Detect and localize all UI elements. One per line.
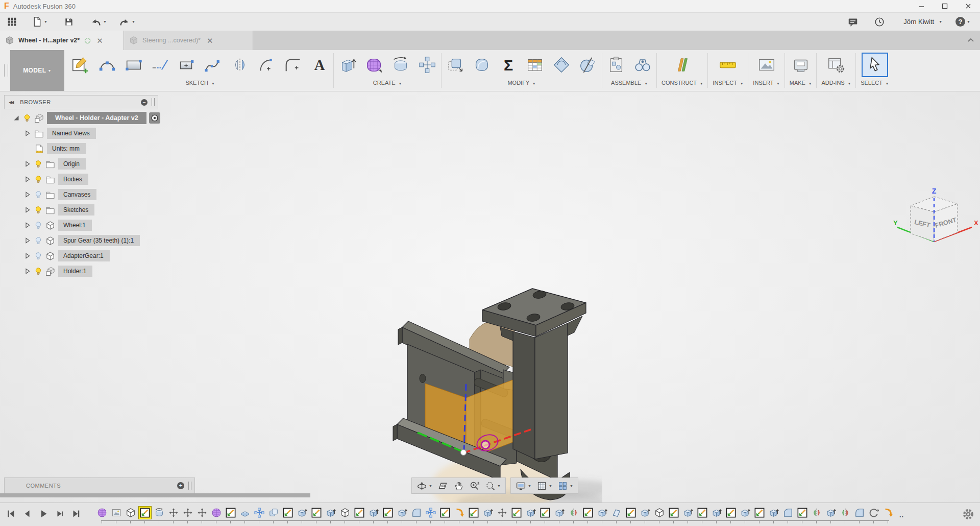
timeline-feature-sketch[interactable] — [225, 507, 237, 519]
browser-item-named-views[interactable]: Named Views — [4, 126, 160, 141]
timeline-feature-sketch[interactable] — [696, 507, 708, 519]
display-settings-button[interactable]: ▼ — [513, 479, 534, 493]
timeline-scrollbar[interactable] — [0, 493, 310, 497]
browser-item-label[interactable]: Units: mm — [47, 143, 86, 154]
app-grid-button[interactable] — [3, 14, 21, 30]
ribbon-grip-handle[interactable] — [4, 64, 8, 77]
timeline-feature-extrude[interactable] — [768, 507, 780, 519]
browser-item-label[interactable]: Wheel:1 — [58, 220, 92, 231]
extrude-button[interactable] — [334, 53, 361, 77]
timeline-feature-extrude[interactable] — [710, 507, 723, 519]
timeline-feature-sketch[interactable] — [582, 507, 594, 519]
viewports-button[interactable]: ▼ — [555, 479, 576, 493]
timeline-feature-extrude[interactable] — [682, 507, 694, 519]
browser-item-label[interactable]: Named Views — [47, 128, 96, 139]
timeline-feature-sketch[interactable] — [753, 507, 766, 519]
ribbon-group-label[interactable]: MODIFY ▼ — [442, 80, 601, 89]
mirror-button[interactable] — [227, 53, 253, 77]
timeline-feature-revolve[interactable] — [153, 507, 165, 519]
timeline-feature-joint[interactable] — [425, 507, 437, 519]
rectangle-button[interactable] — [120, 53, 147, 77]
undo-button[interactable]: ▼ — [87, 14, 110, 30]
timeline-feature-extrude[interactable] — [368, 507, 380, 519]
browser-drag-handle[interactable] — [152, 98, 155, 106]
expand-arrow-icon[interactable] — [22, 176, 33, 182]
fit-button[interactable]: ▼ — [482, 479, 503, 493]
create-sketch-button[interactable] — [67, 53, 94, 77]
layout-grid-caret-icon[interactable]: ▼ — [549, 484, 552, 488]
ribbon-group-label[interactable]: INSPECT ▼ — [708, 80, 747, 89]
browser-item-sketches[interactable]: Sketches — [4, 202, 160, 218]
rect-center-button[interactable] — [174, 53, 200, 77]
layout-grid-button[interactable]: ▼ — [534, 479, 555, 493]
plane-button[interactable] — [669, 53, 696, 77]
timeline-feature-move[interactable] — [196, 507, 208, 519]
step-forward-button[interactable] — [53, 507, 66, 520]
browser-item-bodies[interactable]: Bodies — [4, 172, 160, 187]
expand-arrow-icon[interactable] — [22, 268, 33, 274]
timeline-feature-mirror[interactable] — [568, 507, 580, 519]
browser-item-origin[interactable]: Origin — [4, 156, 160, 172]
visibility-bulb-icon[interactable] — [33, 206, 44, 214]
timeline-feature-move[interactable] — [496, 507, 508, 519]
expand-arrow-icon[interactable] — [22, 253, 33, 259]
view-cube[interactable]: LEFT FRONT Z Y X — [889, 185, 980, 252]
text-button[interactable] — [306, 53, 333, 77]
revolve-button[interactable] — [387, 53, 414, 77]
timeline-feature-move[interactable] — [182, 507, 194, 519]
insert-image-button[interactable] — [753, 53, 780, 77]
browser-item-canvases[interactable]: Canvases — [4, 187, 160, 202]
timeline-feature-form[interactable] — [96, 507, 108, 519]
go-to-end-button[interactable] — [69, 507, 82, 520]
comments-drag-handle[interactable] — [188, 482, 191, 490]
expand-arrow-icon[interactable] — [11, 115, 21, 121]
user-account-menu[interactable]: Jörn Kiwitt▼ — [897, 14, 946, 30]
arc-3pt-button[interactable] — [94, 53, 120, 77]
visibility-bulb-icon[interactable] — [21, 114, 33, 122]
expand-arrow-icon[interactable] — [22, 130, 33, 136]
timeline-feature-extrude[interactable] — [739, 507, 751, 519]
timeline-feature-link[interactable] — [868, 507, 880, 519]
timeline-feature-form[interactable] — [210, 507, 223, 519]
timeline-feature-joint[interactable] — [253, 507, 265, 519]
timeline-feature-extrude[interactable] — [639, 507, 651, 519]
timeline-feature-fillet[interactable] — [410, 507, 423, 519]
tab-steering[interactable]: Steering ...covered)* ✕ — [124, 31, 253, 50]
ribbon-group-label[interactable]: SKETCH ▼ — [67, 80, 333, 89]
timeline-feature-chamfer[interactable] — [239, 507, 251, 519]
browser-item-label[interactable]: Bodies — [58, 174, 88, 185]
viewports-caret-icon[interactable]: ▼ — [570, 484, 573, 488]
timeline-feature-extrude[interactable] — [553, 507, 566, 519]
select-cursor-button[interactable] — [862, 53, 888, 77]
timeline-feature-mirror[interactable] — [839, 507, 851, 519]
measure-button[interactable] — [715, 53, 741, 77]
restore-button[interactable] — [933, 0, 957, 12]
timeline-feature-mirror[interactable] — [811, 507, 823, 519]
browser-item-label[interactable]: Origin — [58, 158, 86, 170]
workspace-selector[interactable]: MODEL ▼ — [10, 50, 64, 91]
browser-item-holder-1[interactable]: Holder:1 — [4, 264, 160, 279]
expand-arrow-icon[interactable] — [22, 207, 33, 213]
look-at-button[interactable] — [435, 479, 451, 493]
timeline-feature-sketch[interactable] — [439, 507, 451, 519]
scripts-addins-button[interactable] — [823, 53, 849, 77]
redo-button[interactable]: ▼ — [115, 14, 139, 30]
browser-collapse-icon[interactable]: ◀◀ — [9, 100, 13, 105]
timeline-feature-hole[interactable] — [453, 507, 465, 519]
split-body-button[interactable] — [575, 53, 601, 77]
browser-panel-header[interactable]: ◀◀ BROWSER − — [4, 95, 158, 109]
close-button[interactable] — [957, 0, 980, 12]
timeline-feature-extrude[interactable] — [296, 507, 308, 519]
timeline-feature-sketch[interactable] — [382, 507, 394, 519]
visibility-bulb-icon[interactable] — [33, 236, 44, 245]
visibility-bulb-icon[interactable] — [33, 175, 44, 183]
browser-item-wheel-holder-adapter-v2[interactable]: Wheel - Holder - Adapter v2 — [4, 110, 160, 126]
timeline-feature-sketch[interactable] — [282, 507, 294, 519]
browser-item-label[interactable]: Wheel - Holder - Adapter v2 — [47, 112, 146, 124]
help-menu-button[interactable]: ? ▼ — [952, 14, 974, 30]
timeline-feature-fillet[interactable] — [782, 507, 794, 519]
tab-close-icon[interactable]: ✕ — [96, 37, 103, 44]
zoom-button[interactable] — [467, 479, 482, 493]
timeline-feature-sketch[interactable] — [139, 507, 151, 519]
fillet-2d-button[interactable] — [280, 53, 306, 77]
